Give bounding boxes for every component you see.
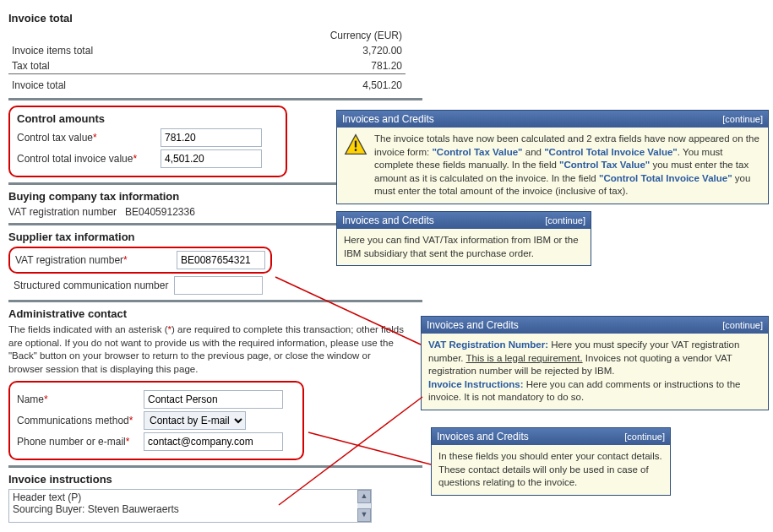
comm-method-label: Communications method*: [17, 415, 144, 426]
callout-title: Invoices and Credits: [342, 214, 434, 226]
continue-link[interactable]: [continue]: [545, 215, 585, 225]
phone-email-input[interactable]: [144, 432, 283, 451]
invoice-instructions-heading: Invoice instructions: [8, 473, 422, 486]
currency-header: Currency (EUR): [218, 28, 406, 43]
buying-vat-value: BE0405912336: [125, 206, 195, 218]
control-total-label: Control total invoice value*: [17, 153, 161, 165]
scroll-down-icon[interactable]: ▼: [357, 508, 371, 522]
comm-method-select[interactable]: Contact by E-mail: [144, 411, 246, 430]
callout-title: Invoices and Credits: [437, 431, 529, 442]
continue-link[interactable]: [continue]: [722, 320, 763, 330]
items-total-value: 3,720.00: [218, 43, 406, 58]
divider: [8, 465, 422, 468]
instr-line1: Header text (P): [13, 491, 367, 503]
callout-body: Here you can find VAT/Tax information fr…: [337, 229, 591, 265]
buying-vat-label: VAT registration number: [8, 206, 117, 218]
supplier-vat-label: VAT registration number*: [15, 254, 171, 266]
callout-title: Invoices and Credits: [342, 113, 434, 125]
invoice-total-heading: Invoice total: [8, 12, 422, 24]
scroll-up-icon[interactable]: ▲: [357, 490, 371, 503]
warning-icon: [344, 133, 367, 156]
divider: [8, 300, 422, 302]
invoice-totals-table: Currency (EUR) Invoice items total3,720.…: [8, 28, 406, 93]
control-tax-input[interactable]: [161, 128, 262, 147]
admin-contact-heading: Administrative contact: [8, 307, 422, 320]
control-amounts-heading: Control amounts: [17, 112, 279, 125]
callout-vat-instructions: Invoices and Credits [continue] VAT Regi…: [421, 316, 769, 410]
phone-email-label: Phone number or e-mail*: [17, 436, 144, 448]
callout-buying-tax: Invoices and Credits [continue] Here you…: [336, 211, 591, 266]
name-label: Name*: [17, 394, 144, 405]
callout-body: In these fields you should enter your co…: [432, 445, 670, 495]
scrollbar[interactable]: ▲ ▼: [357, 490, 371, 522]
name-input[interactable]: [144, 390, 283, 409]
invoice-total-value: 4,501.20: [218, 74, 406, 94]
control-total-input[interactable]: [161, 149, 262, 168]
control-tax-label: Control tax value*: [17, 132, 161, 144]
invoice-total-label: Invoice total: [8, 74, 218, 94]
callout-control-amounts: Invoices and Credits [continue] The invo…: [336, 110, 769, 204]
tax-total-value: 781.20: [218, 58, 406, 74]
callout-contact-details: Invoices and Credits [continue] In these…: [431, 427, 671, 496]
tax-total-label: Tax total: [8, 58, 218, 74]
instr-line2: Sourcing Buyer: Steven Bauweraerts: [13, 503, 367, 515]
structured-comm-input[interactable]: [174, 276, 263, 295]
continue-link[interactable]: [continue]: [624, 432, 665, 442]
supplier-vat-input[interactable]: [177, 251, 265, 269]
callout-title: Invoices and Credits: [427, 319, 519, 331]
admin-help-text: The fields indicated with an asterisk (*…: [8, 323, 406, 376]
continue-link[interactable]: [continue]: [722, 114, 763, 124]
items-total-label: Invoice items total: [8, 43, 218, 58]
structured-comm-label: Structured communication number: [14, 280, 174, 291]
invoice-instructions-textarea[interactable]: Header text (P) Sourcing Buyer: Steven B…: [8, 489, 372, 523]
svg-rect-1: [355, 141, 357, 148]
svg-rect-2: [355, 149, 357, 151]
control-amounts-group: Control amounts Control tax value* Contr…: [8, 106, 287, 177]
divider: [8, 98, 422, 100]
